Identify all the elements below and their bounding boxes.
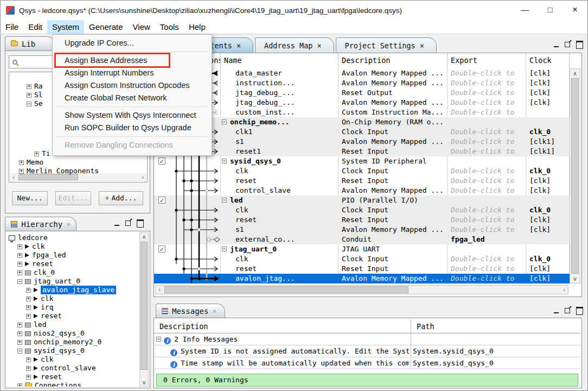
tab-close-icon[interactable]: × [317,41,321,50]
tab-close-icon[interactable]: × [420,41,424,50]
tab-project-settings[interactable]: Project Settings× [336,37,437,53]
expander-icon[interactable]: + [17,253,22,258]
table-row-control-slave[interactable]: control_slaveAvalon Memory Mapped ...Dou… [154,186,570,195]
tree-item-control-slave[interactable]: +control_slave [26,364,96,373]
expander-icon[interactable]: + [19,160,24,165]
expander-icon[interactable]: + [17,383,22,387]
expander-icon[interactable]: − [27,102,31,106]
cell-clock[interactable]: [clk] [529,225,568,235]
column-header-description[interactable]: Description [338,53,448,68]
hierarchy-panel-tab[interactable]: Hierarchy × [5,217,76,231]
table-row-s1[interactable]: s1Avalon Memory Mapped ...Double-click t… [154,225,570,235]
expander-icon[interactable]: + [26,305,31,310]
use-checkbox[interactable]: ✓ [158,157,165,165]
maximize-button[interactable]: □ [538,1,563,20]
table-row-jtag-debug[interactable]: jtag_debug_...Avalon Memory Mapped ...Do… [154,98,570,108]
cell-clock[interactable]: clk_0 [529,166,568,176]
expander-icon[interactable]: + [26,366,31,371]
cell-export[interactable]: Double-click to [451,78,525,88]
table-row-clk[interactable]: clkClock InputDouble-click toclk_0 [154,205,570,215]
tree-item-reset[interactable]: +reset [26,312,62,320]
cell-clock[interactable]: [clk] [529,98,568,108]
cell-clock[interactable]: clk_0 [529,205,568,215]
expander-icon[interactable]: + [26,375,31,380]
panel-maximize-icon[interactable] [136,219,144,226]
table-row-custom-inst[interactable]: custom_inst...Custom Instruction Ma...Do… [154,108,570,117]
expander-icon[interactable]: + [26,288,31,293]
cell-clock[interactable]: [clk1] [529,147,568,156]
menu-item-run-sopc-builder-to-qsys-upgrade[interactable]: Run SOPC Builder to Qsys Upgrade [53,122,212,134]
panel-minimize-icon[interactable] [553,307,561,314]
cell-export[interactable]: Double-click to [451,147,525,156]
expander-icon[interactable]: − [222,159,227,163]
table-row-reset1[interactable]: reset1Reset InputDouble-click to[clk1] [154,147,570,156]
table-row-data-master[interactable]: data_masterAvalon Memory Mapped ...Doubl… [154,68,570,78]
cell-export[interactable]: Double-click to [451,254,525,264]
scroll-down-icon[interactable]: ∨ [140,379,148,386]
tree-item-connections[interactable]: +Connections [17,381,81,387]
panel-float-icon[interactable] [564,307,572,314]
tree-item-sysid-qsys-0[interactable]: −sysid_qsys_0 [17,346,85,355]
table-row-external-co[interactable]: external_co...Conduitfpga_led [154,235,570,244]
scroll-left-icon[interactable]: ‹ [156,286,163,294]
menu-view[interactable]: View [128,20,155,34]
menu-item-create-global-reset-network[interactable]: Create Global Reset Network [53,92,212,104]
cell-export[interactable]: Double-click to [451,98,525,108]
tree-item-nios2-qsys-0[interactable]: +nios2_qsys_0 [17,329,85,338]
add-button[interactable]: +Add... [99,191,143,205]
table-row-clk[interactable]: clkClock InputDouble-click toclk_0 [154,254,570,264]
panel-maximize-icon[interactable] [576,307,584,314]
expander-icon[interactable]: + [17,244,22,249]
expander-icon[interactable]: + [27,84,31,89]
close-button[interactable]: × [563,1,587,20]
expander-icon[interactable]: + [17,323,22,327]
group-row-onchip-memo[interactable]: ✓onchip_memo...−On-Chip Memory (RAM o... [154,117,570,127]
column-header-clock[interactable]: Clock [526,53,570,68]
scrollbar-thumb[interactable] [164,286,408,293]
expander-icon[interactable]: + [26,297,31,301]
table-row-jtag-debug[interactable]: jtag_debug_...Reset OutputDouble-click t… [154,88,570,98]
cell-export[interactable]: Double-click to [451,127,525,137]
cell-export[interactable]: Double-click to [451,176,525,186]
table-row-instruction[interactable]: instruction...Avalon Memory Mapped ...Do… [154,78,570,88]
expander-icon[interactable]: − [17,279,22,284]
table-row-clk1[interactable]: clk1Clock InputDouble-click toclk_0 [154,127,570,137]
cell-clock[interactable]: [clk] [529,186,568,195]
menu-item-show-system-with-qsys-interconnect[interactable]: Show System With Qsys Interconnect [53,109,212,122]
tree-item-ledcore[interactable]: ledcore [9,234,48,242]
library-item-ti[interactable]: +Ti [34,149,50,158]
cell-clock[interactable]: clk_0 [529,254,568,264]
message-row[interactable]: iSystem ID is not assigned automatically… [154,345,580,357]
menu-item-assign-base-addresses[interactable]: Assign Base Addresses [53,54,212,67]
expander-icon[interactable]: + [17,270,22,275]
library-item-memo[interactable]: +Memo [19,158,43,167]
cell-clock[interactable]: clk_0 [529,127,568,137]
menu-item-assign-custom-instruction-opcodes[interactable]: Assign Custom Instruction Opcodes [53,79,212,92]
group-row-led[interactable]: ✓led−PIO (Parallel I/O) [154,195,570,205]
cell-export[interactable]: Double-click to [451,186,525,195]
cell-export[interactable]: Double-click to [451,166,525,176]
hierarchy-close-icon[interactable]: × [66,220,71,228]
scrollbar-thumb[interactable] [140,242,148,370]
expander-icon[interactable]: + [26,314,31,319]
table-row-reset[interactable]: resetReset InputDouble-click to[clk] [154,176,570,186]
cell-export[interactable]: Double-click to [451,68,525,78]
messages-close-icon[interactable]: × [212,307,216,315]
cell-export[interactable]: fpga_led [451,235,525,244]
scroll-down-icon[interactable]: ∨ [570,275,580,282]
tree-item-jtag-uart-0[interactable]: −jtag_uart_0 [17,277,80,286]
library-item-ra[interactable]: +Ra [27,82,43,91]
table-vscrollbar[interactable]: ∧ ∨ [570,68,580,283]
expander-icon[interactable]: + [17,340,22,345]
menu-edit[interactable]: Edit [23,20,47,34]
minimize-button[interactable]: — [513,1,538,20]
cell-clock[interactable]: [clk] [529,264,568,274]
library-item-sl[interactable]: +Sl [27,91,43,99]
tab-close-icon[interactable]: × [237,41,241,50]
tree-item-onchip-memory2-0[interactable]: +onchip_memory2_0 [17,338,101,346]
tree-item-reset[interactable]: +reset [26,373,62,381]
expander-icon[interactable]: + [27,93,31,98]
cell-export[interactable]: Double-click to [451,108,525,117]
scrollbar-thumb[interactable] [571,78,579,274]
menu-tools[interactable]: Tools [155,20,184,34]
